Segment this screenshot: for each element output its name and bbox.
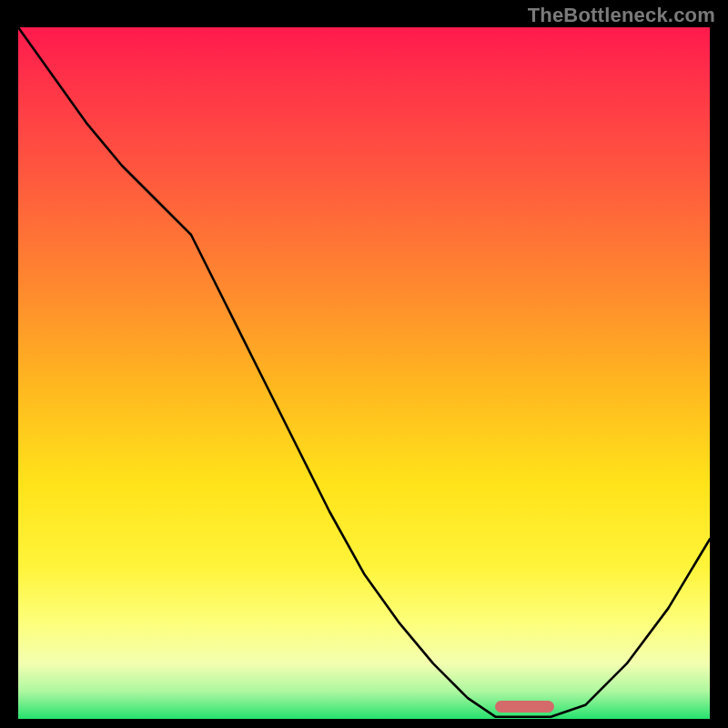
bottleneck-curve [18, 27, 710, 719]
watermark-label: TheBottleneck.com [528, 4, 715, 27]
plot-area [18, 27, 710, 719]
optimal-marker [495, 701, 554, 713]
chart-frame: TheBottleneck.com [0, 0, 728, 728]
